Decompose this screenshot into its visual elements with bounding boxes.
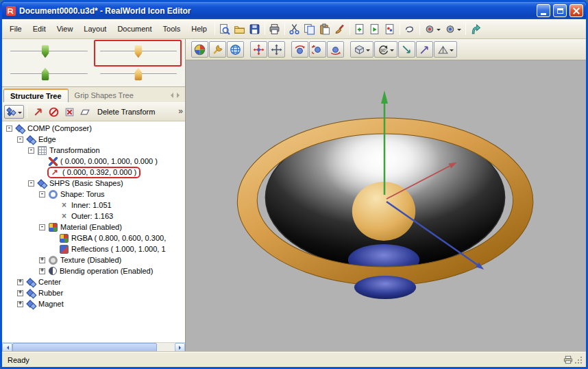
close-icon[interactable]: [569, 4, 583, 17]
orbit-3-icon[interactable]: [327, 41, 344, 58]
tree-node[interactable]: ( 0.000, 0.000, 1.000, 0.000 ): [2, 156, 185, 167]
camera-slider[interactable]: [94, 62, 184, 85]
orbit-2-icon[interactable]: [309, 41, 326, 58]
menu-file[interactable]: File: [4, 23, 27, 35]
tree-node[interactable]: Outer: 1.163: [2, 211, 185, 222]
minimize-icon[interactable]: [537, 4, 550, 17]
slider-thumb[interactable]: [42, 68, 49, 81]
print-icon[interactable]: [267, 21, 282, 36]
freehand-icon[interactable]: [402, 21, 417, 36]
tree-node-label: Rubber: [38, 289, 63, 297]
tree-node-label: Outer: 1.163: [71, 212, 113, 220]
snap-2-icon[interactable]: [416, 41, 433, 58]
overflow-chevron[interactable]: »: [178, 106, 183, 116]
snap-1-icon[interactable]: [398, 41, 415, 58]
slider-thumb[interactable]: [134, 68, 142, 81]
tree-node[interactable]: ( 0.000, 0.392, 0.000 ): [2, 167, 185, 178]
save-icon[interactable]: [247, 21, 262, 36]
tree-node-icon: [16, 124, 25, 133]
rotate-90-menu-icon[interactable]: 90°: [374, 41, 397, 58]
title-bar[interactable]: Document0000.u3d* - RealWorld Icon Edito…: [2, 2, 586, 19]
slider-thumb[interactable]: [134, 45, 142, 58]
script-colors-icon[interactable]: [382, 21, 397, 36]
brush-icon[interactable]: [332, 21, 347, 36]
cut-icon[interactable]: [287, 21, 302, 36]
scroll-left-icon[interactable]: [2, 343, 12, 352]
menu-layout[interactable]: Layout: [78, 23, 112, 35]
resize-grip[interactable]: [574, 355, 583, 365]
delete-cross-icon[interactable]: [62, 104, 77, 119]
tab-scroll-left-icon[interactable]: [166, 90, 175, 100]
copy-icon[interactable]: [302, 21, 317, 36]
transform-arrow-icon[interactable]: [30, 104, 45, 119]
tree-expander[interactable]: +: [17, 301, 23, 307]
paste-icon[interactable]: [317, 21, 332, 36]
pyramid-menu-icon[interactable]: [434, 41, 457, 58]
tree-node[interactable]: - Material (Enabled): [2, 222, 185, 233]
camera-slider[interactable]: [94, 40, 184, 62]
tree-expander[interactable]: +: [39, 268, 45, 274]
menu-view[interactable]: View: [51, 23, 79, 35]
tree-node[interactable]: - Edge: [2, 134, 185, 145]
open-icon[interactable]: [232, 21, 247, 36]
tree-node[interactable]: Inner: 1.051: [2, 200, 185, 211]
viewport-3d[interactable]: [186, 60, 586, 352]
status-text: Ready: [8, 356, 563, 364]
menu-tools[interactable]: Tools: [158, 23, 186, 35]
camera-slider[interactable]: [4, 62, 94, 85]
tab-structure-tree[interactable]: Structure Tree: [3, 88, 69, 102]
pan-cross-icon[interactable]: [268, 41, 285, 58]
cube-menu-icon[interactable]: [350, 41, 373, 58]
script-run-icon[interactable]: [367, 21, 382, 36]
document-log-icon[interactable]: [563, 355, 574, 365]
globe-icon[interactable]: [227, 41, 244, 58]
tree-node[interactable]: + Blendig operation (Enabled): [2, 265, 185, 276]
tree-node[interactable]: + Rubber: [2, 287, 185, 298]
delete-transform-button[interactable]: Delete Transform: [93, 106, 159, 118]
tree-expander[interactable]: -: [17, 136, 23, 143]
delete-circle-icon[interactable]: [46, 104, 61, 119]
tab-grip-shapes-tree[interactable]: Grip Shapes Tree: [69, 89, 140, 102]
tree-node[interactable]: RGBA ( 0.800, 0.600, 0.300,: [2, 233, 185, 243]
menu-edit[interactable]: Edit: [27, 23, 51, 35]
script-add-icon[interactable]: [352, 21, 367, 36]
orbit-1-icon[interactable]: [291, 41, 308, 58]
tree-node-label: Transformation: [49, 146, 100, 154]
viewport-3d-scene[interactable]: [186, 60, 586, 352]
camera-slider[interactable]: [4, 40, 94, 62]
toolbar-separator: [350, 23, 350, 35]
tree-expander[interactable]: +: [17, 279, 23, 285]
tree-expander[interactable]: +: [17, 290, 23, 296]
tree-expander[interactable]: -: [39, 191, 45, 198]
tree-node[interactable]: Reflections ( 1.000, 1.000, 1: [2, 243, 185, 254]
tree-node[interactable]: + Texture (Disabled): [2, 254, 185, 265]
tree-node[interactable]: - COMP (Composer): [2, 123, 185, 134]
jump-arrow-icon[interactable]: [468, 21, 483, 36]
tree-expander[interactable]: -: [28, 180, 34, 187]
scroll-right-icon[interactable]: [175, 343, 185, 352]
tree-expander[interactable]: -: [6, 126, 12, 132]
tree-horizontal-scrollbar[interactable]: [2, 342, 185, 352]
tree-node[interactable]: - Transformation: [2, 145, 185, 156]
skew-parallelogram-icon[interactable]: [77, 104, 93, 119]
move-axes-icon[interactable]: [250, 41, 267, 58]
maximize-icon[interactable]: [553, 4, 567, 17]
tree-expander[interactable]: -: [28, 147, 34, 154]
color-wheel-icon[interactable]: [191, 41, 208, 58]
options-gear-icon[interactable]: [422, 21, 443, 36]
slider-thumb[interactable]: [42, 45, 49, 58]
tree-expander[interactable]: -: [39, 224, 45, 230]
tree-node[interactable]: + Magnet: [2, 298, 185, 309]
composer-menu-button[interactable]: [4, 105, 24, 119]
tree-node[interactable]: + Center: [2, 276, 185, 287]
options-gear-2-icon[interactable]: [443, 21, 463, 36]
menu-help[interactable]: Help: [186, 23, 212, 35]
menu-document[interactable]: Document: [112, 23, 157, 35]
tree-expander[interactable]: +: [39, 257, 45, 263]
scrollbar-thumb[interactable]: [12, 343, 157, 352]
tree-node[interactable]: - Shape: Torus: [2, 189, 185, 200]
wrench-icon[interactable]: [209, 41, 226, 58]
preview-icon[interactable]: [217, 21, 232, 36]
tree-node[interactable]: - SHPS (Basic Shapes): [2, 178, 185, 189]
tab-scroll-right-icon[interactable]: [175, 90, 184, 100]
